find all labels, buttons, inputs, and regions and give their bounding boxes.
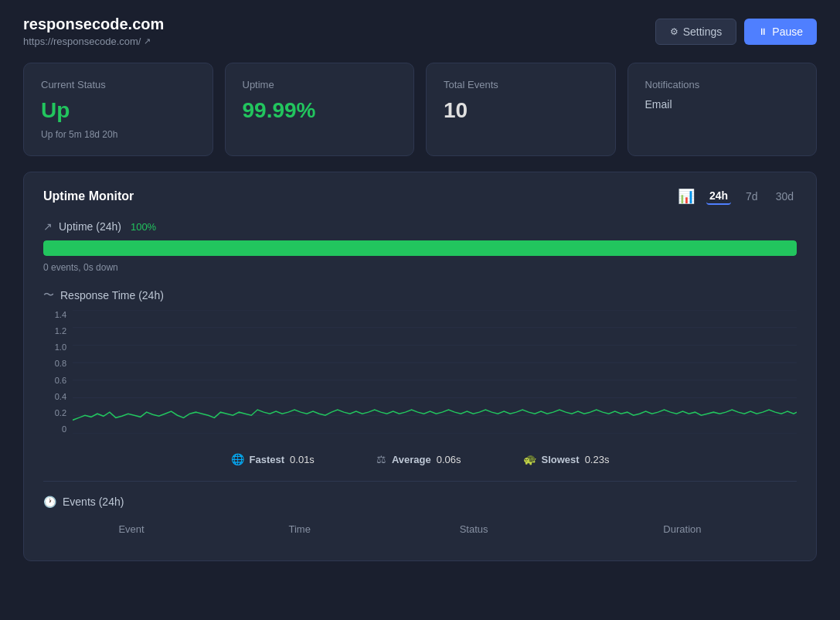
uptime-section: ↗ Uptime (24h) 100% 0 events, 0s down	[43, 220, 797, 273]
response-time-section: 〜 Response Time (24h) 1.4 1.2 1.0 0.8 0.…	[43, 288, 797, 465]
status-cards: Current Status Up Up for 5m 18d 20h Upti…	[0, 59, 840, 172]
header-left: responsecode.com https://responsecode.co…	[23, 15, 164, 47]
uptime-bar-fill	[43, 240, 797, 256]
chart-svg-wrapper	[73, 310, 797, 434]
events-label: Events (24h)	[63, 496, 124, 508]
time-btn-30d[interactable]: 30d	[773, 189, 797, 204]
card-label-notifications: Notifications	[645, 79, 800, 90]
y-label-7: 0.2	[43, 408, 70, 417]
card-label-events: Total Events	[444, 79, 598, 90]
time-btn-7d[interactable]: 7d	[743, 189, 761, 204]
fastest-label: Fastest	[250, 454, 285, 465]
card-subtext-status: Up for 5m 18d 20h	[41, 129, 196, 140]
url-text: https://responsecode.com/	[23, 36, 141, 47]
col-status: Status	[379, 517, 568, 541]
average-icon: ⚖	[376, 453, 386, 465]
slowest-icon: 🐢	[523, 453, 536, 465]
stat-fastest: 🌐 Fastest 0.01s	[231, 453, 315, 465]
monitor-panel: Uptime Monitor 📊 24h 7d 30d ↗ Uptime (24…	[23, 172, 817, 561]
site-title: responsecode.com	[23, 15, 164, 33]
card-label-uptime: Uptime	[243, 79, 397, 90]
card-notifications: Notifications Email	[627, 63, 818, 156]
y-label-4: 0.8	[43, 359, 70, 368]
y-label-3: 1.0	[43, 342, 70, 352]
y-label-5: 0.6	[43, 376, 70, 385]
uptime-events-text: 0 events, 0s down	[43, 262, 797, 273]
card-value-notifications: Email	[645, 98, 800, 111]
trending-up-icon: ↗	[43, 220, 53, 233]
chart-yaxis: 1.4 1.2 1.0 0.8 0.6 0.4 0.2 0	[43, 310, 70, 434]
monitor-title: Uptime Monitor	[43, 189, 134, 203]
card-value-events: 10	[444, 98, 598, 123]
average-value: 0.06s	[437, 454, 461, 465]
clock-icon: 🕐	[43, 496, 56, 508]
uptime-section-label: Uptime (24h)	[59, 220, 121, 233]
events-section-title: 🕐 Events (24h)	[43, 496, 797, 508]
events-table: Event Time Status Duration	[43, 517, 797, 541]
y-label-8: 0	[43, 424, 70, 434]
response-time-chart: 1.4 1.2 1.0 0.8 0.6 0.4 0.2 0	[43, 310, 797, 434]
site-url: https://responsecode.com/ ↗	[23, 36, 164, 47]
card-uptime: Uptime 99.99%	[225, 63, 415, 156]
stat-average: ⚖ Average 0.06s	[376, 453, 461, 465]
slowest-value: 0.23s	[585, 454, 610, 465]
card-total-events: Total Events 10	[426, 63, 616, 156]
monitor-header: Uptime Monitor 📊 24h 7d 30d	[43, 188, 797, 205]
pause-button[interactable]: ⏸ Pause	[744, 19, 817, 45]
col-time: Time	[219, 517, 379, 541]
settings-button[interactable]: ⚙ Settings	[655, 19, 737, 45]
y-label-6: 0.4	[43, 392, 70, 401]
card-current-status: Current Status Up Up for 5m 18d 20h	[23, 63, 213, 156]
card-value-status: Up	[41, 98, 196, 123]
header-buttons: ⚙ Settings ⏸ Pause	[655, 19, 817, 45]
events-section: 🕐 Events (24h) Event Time Status Duratio…	[43, 481, 797, 541]
fastest-icon: 🌐	[231, 453, 244, 465]
activity-icon: 〜	[43, 288, 54, 302]
header: responsecode.com https://responsecode.co…	[0, 0, 840, 59]
response-time-title: 〜 Response Time (24h)	[43, 288, 797, 302]
y-label-1: 1.4	[43, 310, 70, 319]
stat-slowest: 🐢 Slowest 0.23s	[523, 453, 610, 465]
fastest-value: 0.01s	[290, 454, 315, 465]
chart-bar-icon: 📊	[678, 188, 695, 205]
response-time-label: Response Time (24h)	[60, 289, 164, 301]
uptime-bar	[43, 240, 797, 256]
pause-label: Pause	[772, 26, 803, 38]
settings-label: Settings	[683, 26, 723, 38]
average-label: Average	[392, 454, 431, 465]
settings-icon: ⚙	[670, 26, 678, 37]
pause-icon: ⏸	[758, 26, 767, 37]
slowest-label: Slowest	[542, 454, 580, 465]
uptime-percentage: 100%	[131, 221, 156, 233]
response-time-svg	[73, 310, 797, 434]
card-value-uptime: 99.99%	[243, 98, 397, 123]
external-link-icon[interactable]: ↗	[144, 36, 151, 46]
card-label-status: Current Status	[41, 79, 196, 90]
time-selector: 📊 24h 7d 30d	[678, 188, 797, 205]
uptime-section-title: ↗ Uptime (24h) 100%	[43, 220, 797, 233]
stats-row: 🌐 Fastest 0.01s ⚖ Average 0.06s 🐢 Slowes…	[43, 445, 797, 465]
col-duration: Duration	[568, 517, 797, 541]
y-label-2: 1.2	[43, 326, 70, 336]
col-event: Event	[43, 517, 219, 541]
time-btn-24h[interactable]: 24h	[706, 188, 731, 205]
